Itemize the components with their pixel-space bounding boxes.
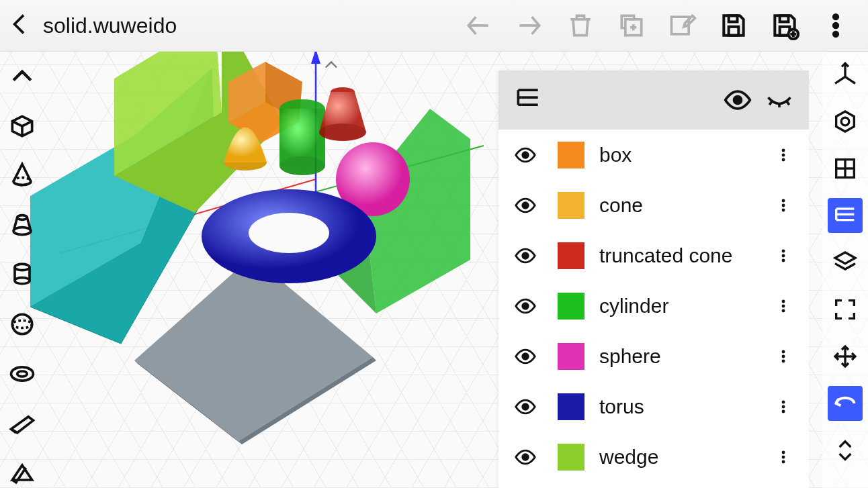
header-actions (462, 9, 868, 42)
left-toolbar (0, 52, 44, 488)
object-more-button[interactable] (773, 397, 794, 417)
cylinder-tool[interactable] (7, 259, 38, 290)
visibility-toggle[interactable] (511, 446, 540, 469)
object-label: box (599, 144, 773, 166)
hide-all-button[interactable] (765, 85, 794, 115)
undo-icon (832, 390, 859, 417)
object-label: wedge (599, 446, 773, 469)
visibility-toggle[interactable] (511, 244, 540, 267)
panel-collapse-button[interactable] (318, 56, 550, 77)
object-label: sphere (599, 345, 773, 368)
svg-point-85 (782, 254, 785, 257)
layers-button[interactable] (828, 245, 863, 280)
object-more-button[interactable] (773, 246, 794, 266)
object-label: torus (599, 395, 773, 418)
move-button[interactable] (828, 339, 863, 374)
view-frame-button[interactable] (828, 104, 863, 139)
nav-forward-button[interactable] (513, 9, 546, 42)
svg-point-15 (833, 32, 838, 37)
undo-button[interactable] (828, 386, 863, 421)
visibility-toggle[interactable] (511, 345, 540, 368)
grid-button[interactable] (828, 151, 863, 186)
object-row[interactable]: cylinder (498, 281, 809, 331)
axes-button[interactable] (828, 57, 863, 92)
svg-point-43 (13, 228, 31, 235)
duplicate-button[interactable] (615, 9, 648, 42)
sort-button[interactable] (828, 433, 863, 468)
svg-point-40 (249, 213, 329, 253)
svg-point-42 (17, 215, 27, 220)
more-icon (775, 346, 791, 367)
more-icon (775, 246, 791, 266)
color-swatch (558, 142, 584, 168)
object-list: boxconetruncated conecylinderspheretorus… (498, 130, 809, 488)
object-label: cone (599, 194, 773, 217)
box-tool[interactable] (7, 111, 38, 142)
axes-icon (832, 61, 859, 88)
outline-button[interactable] (828, 198, 863, 233)
fullscreen-icon (832, 296, 859, 323)
cone-icon (7, 160, 37, 190)
visibility-toggle[interactable] (511, 295, 540, 318)
object-more-button[interactable] (773, 145, 794, 165)
save-as-icon (770, 11, 799, 40)
object-more-button[interactable] (773, 346, 794, 367)
outline-root-button[interactable] (513, 84, 711, 116)
edit-button[interactable] (666, 9, 699, 42)
show-all-button[interactable] (723, 85, 752, 115)
save-button[interactable] (718, 9, 750, 42)
svg-point-84 (782, 249, 785, 252)
wedge-icon (7, 408, 37, 438)
cone-tool[interactable] (7, 160, 38, 191)
svg-rect-6 (729, 27, 739, 36)
collapse-toolbar-button[interactable] (7, 61, 38, 92)
object-row[interactable]: wedge (498, 432, 809, 482)
svg-point-83 (523, 252, 529, 258)
torus-tool[interactable] (7, 358, 38, 389)
svg-point-95 (523, 403, 529, 409)
object-row[interactable]: torus (498, 381, 809, 432)
prism-tool[interactable] (7, 457, 38, 488)
sphere-tool[interactable] (7, 309, 38, 340)
svg-point-101 (782, 455, 785, 458)
svg-point-80 (782, 199, 785, 202)
svg-point-75 (523, 152, 529, 158)
visibility-toggle[interactable] (511, 194, 540, 217)
prism-icon (7, 458, 37, 487)
visibility-toggle[interactable] (511, 144, 540, 166)
duplicate-icon (617, 11, 646, 40)
back-arrow-icon (464, 11, 493, 40)
object-row[interactable]: box (498, 130, 809, 180)
truncated-cone-tool[interactable] (7, 209, 38, 240)
svg-point-93 (782, 354, 785, 358)
more-icon (775, 195, 791, 215)
svg-point-77 (782, 153, 785, 156)
save-as-button[interactable] (769, 9, 801, 42)
svg-point-71 (734, 97, 742, 104)
more-icon (775, 397, 791, 417)
object-more-button[interactable] (773, 296, 794, 316)
view-frame-icon (832, 108, 859, 135)
wedge-tool[interactable] (7, 407, 38, 438)
sphere-icon (7, 309, 37, 339)
color-swatch (558, 444, 584, 471)
more-menu-button[interactable] (820, 9, 852, 42)
delete-button[interactable] (564, 9, 597, 42)
nav-back-button[interactable] (462, 9, 494, 42)
object-row[interactable]: sphere (498, 331, 809, 381)
object-more-button[interactable] (773, 447, 794, 467)
forward-arrow-icon (515, 11, 544, 40)
eye-icon (723, 85, 752, 115)
object-more-button[interactable] (773, 195, 794, 215)
object-row[interactable]: cone (498, 180, 809, 230)
svg-rect-7 (729, 15, 738, 21)
fullscreen-button[interactable] (828, 292, 863, 327)
eye-closed-icon (765, 85, 794, 115)
object-row[interactable]: truncated cone (498, 230, 809, 281)
svg-point-49 (17, 371, 27, 377)
visibility-toggle[interactable] (511, 395, 540, 418)
back-button[interactable] (0, 11, 40, 40)
eye-icon (514, 144, 537, 166)
svg-line-51 (835, 77, 845, 83)
svg-point-81 (782, 203, 785, 207)
